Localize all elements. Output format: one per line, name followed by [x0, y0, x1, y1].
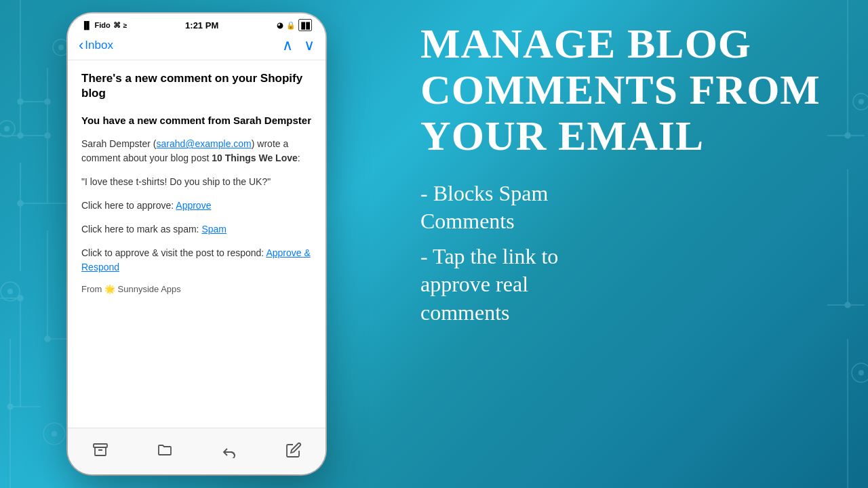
heading-line-2: COMMENTS FROM	[420, 66, 841, 113]
status-bar-time: 1:21 PM	[185, 20, 218, 30]
feature-2-line-3: comments	[420, 300, 510, 325]
main-heading: MANAGE BLOG COMMENTS FROM YOUR EMAIL	[420, 20, 841, 159]
back-label[interactable]: Inbox	[85, 39, 113, 52]
respond-text: Click to approve & visit the post to res…	[81, 247, 266, 258]
feature-item-2: - Tap the link to approve real comments	[420, 243, 841, 327]
email-subject: There's a new comment on your Shopify bl…	[81, 71, 312, 101]
approve-link[interactable]: Approve	[176, 200, 211, 211]
feature-1-line-1: - Blocks Spam	[420, 181, 548, 205]
spam-link[interactable]: Spam	[201, 224, 226, 235]
network-icon: ≥	[123, 22, 127, 29]
phone-mockup-container: ▐▌ Fido ⌘ ≥ 1:21 PM ◕ 🔒 ▮▮ ‹ Inbox ∧ ∨	[0, 0, 393, 488]
feature-list: - Blocks Spam Comments - Tap the link to…	[420, 180, 841, 327]
lock-icon: 🔒	[286, 21, 296, 30]
email-content-area[interactable]: There's a new comment on your Shopify bl…	[68, 60, 326, 428]
feature-item-1: - Blocks Spam Comments	[420, 180, 841, 236]
status-bar-right: ◕ 🔒 ▮▮	[277, 19, 312, 31]
spam-line: Click here to mark as spam: Spam	[81, 222, 312, 237]
email-from: From 🌟 Sunnyside Apps	[81, 284, 312, 294]
body-text-1: Sarah Dempster (	[81, 138, 156, 149]
approve-line: Click here to approve: Approve	[81, 199, 312, 213]
back-button[interactable]: ‹ Inbox	[79, 37, 113, 54]
feature-2-line-2: approve real	[420, 272, 528, 296]
carrier-label: Fido	[95, 21, 111, 29]
folder-button[interactable]	[150, 435, 180, 465]
right-panel: MANAGE BLOG COMMENTS FROM YOUR EMAIL - B…	[393, 0, 868, 488]
status-bar: ▐▌ Fido ⌘ ≥ 1:21 PM ◕ 🔒 ▮▮	[68, 14, 326, 34]
up-arrow-button[interactable]: ∧	[282, 37, 293, 54]
back-chevron-icon: ‹	[79, 37, 83, 54]
spam-text: Click here to mark as spam:	[81, 224, 201, 235]
email-quote: "I love these t-shirts! Do you ship to t…	[81, 175, 312, 189]
archive-button[interactable]	[85, 435, 115, 465]
compose-button[interactable]	[279, 435, 309, 465]
email-greeting: You have a new comment from Sarah Dempst…	[81, 115, 312, 126]
signal-icon: ▐▌	[81, 21, 92, 29]
wifi-icon: ⌘	[113, 21, 121, 30]
feature-2-line-1: - Tap the link to	[420, 244, 558, 268]
bottom-toolbar	[68, 428, 326, 474]
nav-navigation-arrows: ∧ ∨	[282, 37, 315, 54]
nav-bar: ‹ Inbox ∧ ∨	[68, 34, 326, 60]
heading-line-1: MANAGE BLOG	[420, 20, 841, 66]
svg-rect-42	[94, 444, 107, 447]
email-body-paragraph-1: Sarah Dempster (sarahd@example.com) wrot…	[81, 137, 312, 165]
feature-1-line-2: Comments	[420, 209, 515, 233]
approve-text: Click here to approve:	[81, 200, 176, 211]
reply-button[interactable]	[214, 435, 244, 465]
respond-line: Click to approve & visit the post to res…	[81, 246, 312, 274]
sender-email-link[interactable]: sarahd@example.com	[156, 138, 251, 149]
down-arrow-button[interactable]: ∨	[304, 37, 315, 54]
post-title: 10 Things We Love	[212, 152, 298, 163]
heading-line-3: YOUR EMAIL	[420, 113, 841, 159]
status-bar-left: ▐▌ Fido ⌘ ≥	[81, 21, 127, 30]
battery-icon: ▮▮	[298, 19, 312, 31]
phone-mockup: ▐▌ Fido ⌘ ≥ 1:21 PM ◕ 🔒 ▮▮ ‹ Inbox ∧ ∨	[68, 14, 326, 474]
location-icon: ◕	[277, 21, 283, 30]
